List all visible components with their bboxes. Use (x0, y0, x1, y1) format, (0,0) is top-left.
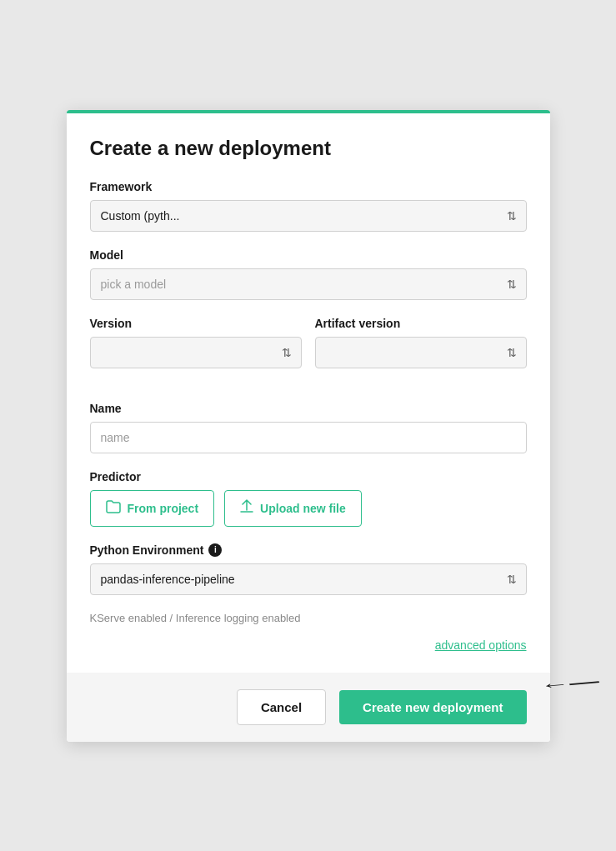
model-select[interactable]: pick a model (90, 268, 527, 300)
version-artifact-group: Version ⇅ Artifact version ⇅ (90, 317, 527, 385)
version-field-group: Version ⇅ (90, 317, 302, 368)
artifact-version-select[interactable] (315, 337, 527, 368)
predictor-buttons-container: From project Upload new file (90, 490, 527, 527)
modal-footer: Cancel Create new deployment (67, 673, 550, 742)
framework-label: Framework (90, 180, 527, 193)
cancel-button[interactable]: Cancel (237, 689, 326, 725)
create-deployment-button[interactable]: Create new deployment (339, 690, 526, 724)
predictor-field-group: Predictor From project (90, 470, 527, 527)
predictor-label: Predictor (90, 470, 527, 483)
artifact-version-label: Artifact version (315, 317, 527, 330)
upload-new-file-label: Upload new file (260, 502, 346, 515)
framework-select[interactable]: Custom (pyth... (90, 200, 527, 232)
python-env-field-group: Python Environment i pandas-inference-pi… (90, 543, 527, 595)
upload-icon (240, 499, 253, 518)
model-select-wrapper: pick a model ⇅ (90, 268, 527, 300)
framework-select-wrapper: Custom (pyth... ⇅ (90, 200, 527, 232)
modal-dialog: Create a new deployment Framework Custom… (67, 110, 550, 742)
version-label: Version (90, 317, 302, 330)
python-env-label-container: Python Environment i (90, 543, 527, 557)
status-text: KServe enabled / Inference logging enabl… (90, 612, 527, 624)
name-input[interactable] (90, 422, 527, 453)
modal-body: Create a new deployment Framework Custom… (67, 113, 550, 673)
from-project-button[interactable]: From project (90, 490, 215, 527)
framework-field-group: Framework Custom (pyth... ⇅ (90, 180, 527, 232)
python-env-label: Python Environment (90, 543, 204, 557)
advanced-options-link-container: advanced options (90, 638, 527, 653)
python-env-select[interactable]: pandas-inference-pipeline (90, 563, 527, 595)
name-field-group: Name (90, 402, 527, 453)
artifact-version-select-wrapper: ⇅ (315, 337, 527, 368)
model-label: Model (90, 248, 527, 262)
python-env-select-wrapper: pandas-inference-pipeline ⇅ (90, 563, 527, 595)
folder-icon (106, 500, 121, 517)
info-icon[interactable]: i (208, 543, 222, 557)
modal-title: Create a new deployment (90, 137, 527, 160)
version-select[interactable] (90, 337, 302, 368)
upload-new-file-button[interactable]: Upload new file (224, 490, 362, 527)
from-project-label: From project (128, 502, 199, 515)
model-field-group: Model pick a model ⇅ (90, 248, 527, 300)
version-select-wrapper: ⇅ (90, 337, 302, 368)
name-label: Name (90, 402, 527, 415)
artifact-version-field-group: Artifact version ⇅ (315, 317, 527, 368)
advanced-options-link[interactable]: advanced options (435, 638, 527, 652)
page-wrapper: Create a new deployment Framework Custom… (0, 0, 616, 851)
